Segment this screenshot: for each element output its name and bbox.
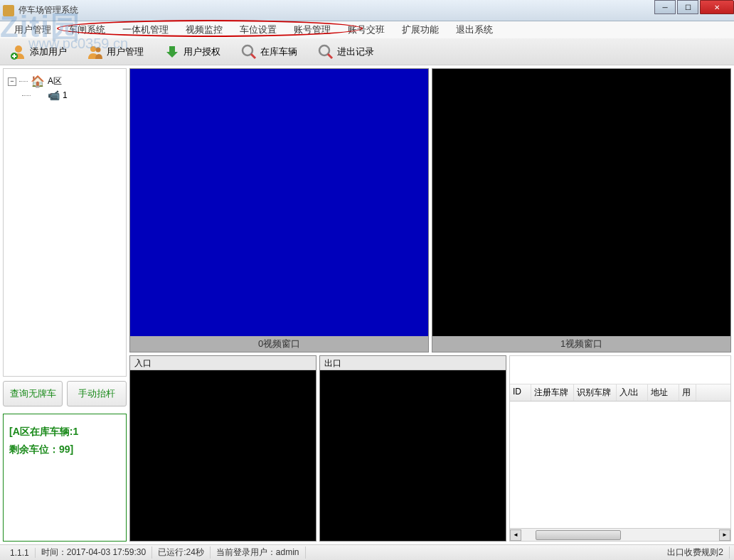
menu-user-mgmt[interactable]: 用户管理 bbox=[6, 22, 60, 38]
main-area: 0视频窗口 1视频窗口 入口 出口 bbox=[129, 65, 734, 544]
status-rule: 出口收费规则2 bbox=[661, 546, 730, 559]
scroll-left-arrow[interactable]: ◄ bbox=[510, 529, 521, 541]
entry-header: 入口 bbox=[130, 356, 316, 370]
user-mgmt-label: 用户管理 bbox=[107, 45, 144, 58]
col-id[interactable]: ID bbox=[510, 384, 531, 401]
exit-panel: 出口 bbox=[319, 355, 506, 542]
col-addr[interactable]: 地址 bbox=[648, 384, 679, 401]
info-panel: [A区在库车辆:1 剩余车位：99] bbox=[3, 414, 127, 542]
scroll-track[interactable] bbox=[521, 529, 719, 541]
query-noplate-button[interactable]: 查询无牌车 bbox=[3, 381, 63, 406]
col-reg-plate[interactable]: 注册车牌 bbox=[531, 384, 574, 401]
sidebar: − 🏠 A区 📹 1 查询无牌车 手动抬杆 [A区在库车辆:1 剩余车位：99] bbox=[0, 65, 129, 544]
video-panel-0: 0视频窗口 bbox=[129, 68, 429, 352]
entry-panel: 入口 bbox=[129, 355, 317, 542]
add-user-button[interactable]: 添加用户 bbox=[6, 42, 71, 62]
table-header: ID 注册车牌 识别车牌 入/出 地址 用 bbox=[510, 384, 730, 402]
tree-root-label: A区 bbox=[48, 75, 62, 87]
svg-point-2 bbox=[90, 46, 96, 52]
video-screen-0[interactable] bbox=[130, 69, 428, 336]
window-title: 停车场管理系统 bbox=[18, 4, 78, 16]
titlebar: 停车场管理系统 ─ ☐ ✕ bbox=[0, 0, 734, 21]
info-remaining: 剩余车位：99] bbox=[9, 441, 120, 458]
add-user-label: 添加用户 bbox=[30, 45, 67, 58]
svg-point-3 bbox=[96, 47, 101, 52]
search-icon-2 bbox=[317, 43, 334, 60]
content-area: − 🏠 A区 📹 1 查询无牌车 手动抬杆 [A区在库车辆:1 剩余车位：99] bbox=[0, 65, 734, 544]
table-body[interactable] bbox=[510, 402, 730, 528]
user-mgmt-icon bbox=[87, 43, 104, 60]
table-top-spacer bbox=[510, 356, 730, 384]
expand-icon[interactable]: − bbox=[8, 77, 16, 86]
table-panel: ID 注册车牌 识别车牌 入/出 地址 用 ◄ ► bbox=[509, 355, 731, 542]
user-auth-button[interactable]: 用户授权 bbox=[159, 42, 225, 62]
svg-line-5 bbox=[251, 54, 255, 58]
status-runtime: 已运行:24秒 bbox=[152, 546, 211, 559]
entry-video[interactable] bbox=[130, 370, 316, 541]
menu-extensions[interactable]: 扩展功能 bbox=[393, 22, 447, 38]
menu-account-mgmt[interactable]: 账号管理 bbox=[285, 22, 339, 38]
svg-line-7 bbox=[328, 54, 332, 58]
search-icon bbox=[240, 43, 257, 60]
manual-lift-button[interactable]: 手动抬杆 bbox=[67, 381, 127, 406]
info-vehicles: [A区在库车辆:1 bbox=[9, 423, 120, 441]
down-arrow-icon bbox=[164, 43, 181, 60]
tree-child-node[interactable]: 📹 1 bbox=[8, 90, 122, 101]
svg-point-4 bbox=[243, 45, 252, 55]
maximize-button[interactable]: ☐ bbox=[677, 0, 698, 14]
in-garage-button[interactable]: 在库车辆 bbox=[236, 42, 302, 62]
menu-shift-change[interactable]: 账号交班 bbox=[339, 22, 393, 38]
home-icon: 🏠 bbox=[31, 75, 45, 88]
toolbar: 添加用户 用户管理 用户授权 在库车辆 进出记录 bbox=[0, 38, 734, 65]
scroll-right-arrow[interactable]: ► bbox=[719, 529, 730, 541]
inout-log-label: 进出记录 bbox=[337, 45, 374, 58]
video-label-1: 1视频窗口 bbox=[432, 336, 730, 352]
status-user: 当前登录用户：admin bbox=[211, 546, 306, 559]
app-icon bbox=[3, 5, 14, 16]
user-auth-label: 用户授权 bbox=[184, 45, 220, 58]
video-panel-1: 1视频窗口 bbox=[432, 68, 731, 352]
status-version: 1.1.1 bbox=[4, 548, 36, 558]
inout-log-button[interactable]: 进出记录 bbox=[313, 42, 378, 62]
svg-point-0 bbox=[15, 45, 22, 53]
exit-header: 出口 bbox=[320, 356, 506, 370]
in-garage-label: 在库车辆 bbox=[260, 45, 297, 58]
bottom-row: 入口 出口 ID 注册车牌 识别车牌 入/出 地址 用 bbox=[129, 355, 731, 542]
svg-point-6 bbox=[319, 45, 329, 55]
col-use[interactable]: 用 bbox=[679, 384, 696, 401]
menu-video-monitor[interactable]: 视频监控 bbox=[177, 22, 231, 38]
exit-video[interactable] bbox=[320, 370, 506, 541]
video-screen-1[interactable] bbox=[432, 69, 730, 336]
menu-exit[interactable]: 退出系统 bbox=[447, 22, 501, 38]
video-label-0: 0视频窗口 bbox=[130, 336, 428, 352]
scroll-thumb[interactable] bbox=[536, 530, 621, 540]
col-rec-plate[interactable]: 识别车牌 bbox=[574, 384, 617, 401]
col-inout[interactable]: 入/出 bbox=[617, 384, 648, 401]
tree-line-2 bbox=[22, 95, 31, 96]
minimize-button[interactable]: ─ bbox=[654, 0, 676, 14]
tree-root-node[interactable]: − 🏠 A区 bbox=[8, 73, 122, 90]
tree-line bbox=[19, 81, 28, 82]
status-time: 时间：2017-04-03 17:59:30 bbox=[36, 546, 152, 559]
tree-child-label: 1 bbox=[63, 90, 68, 100]
menu-machine-mgmt[interactable]: 一体机管理 bbox=[114, 22, 177, 38]
close-button[interactable]: ✕ bbox=[700, 0, 734, 14]
add-user-icon bbox=[10, 43, 27, 60]
statusbar: 1.1.1 时间：2017-04-03 17:59:30 已运行:24秒 当前登… bbox=[0, 544, 734, 560]
camera-icon: 📹 bbox=[48, 90, 60, 101]
user-mgmt-button[interactable]: 用户管理 bbox=[83, 42, 148, 62]
tree-panel: − 🏠 A区 📹 1 bbox=[3, 68, 127, 377]
horizontal-scrollbar[interactable]: ◄ ► bbox=[510, 528, 730, 541]
video-row-top: 0视频窗口 1视频窗口 bbox=[129, 68, 731, 352]
menu-gate-system[interactable]: 车闸系统 bbox=[60, 22, 114, 38]
menubar: 用户管理 车闸系统 一体机管理 视频监控 车位设置 账号管理 账号交班 扩展功能… bbox=[0, 21, 734, 38]
menu-parking-settings[interactable]: 车位设置 bbox=[231, 22, 285, 38]
